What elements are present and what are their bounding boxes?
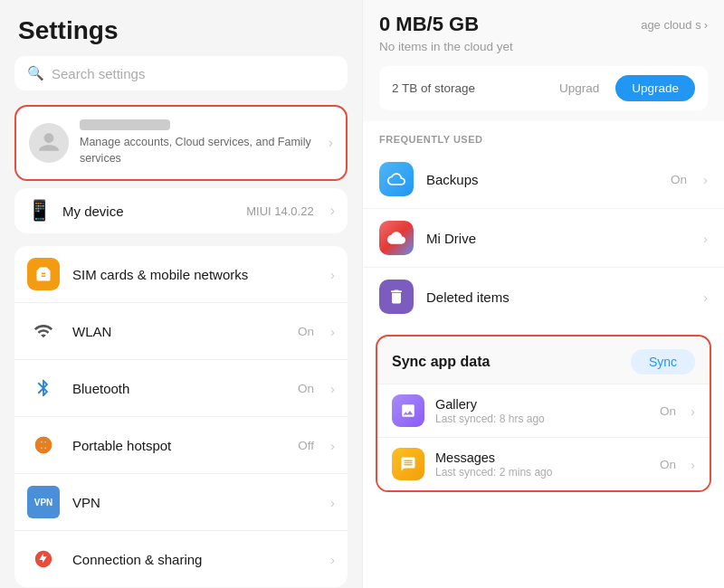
midrive-chevron: › xyxy=(703,231,708,246)
backups-status: On xyxy=(671,173,687,186)
search-placeholder: Search settings xyxy=(52,66,145,81)
bluetooth-label: Bluetooth xyxy=(72,381,285,396)
messages-icon xyxy=(392,448,424,480)
gallery-info: Gallery Last synced: 8 hrs ago xyxy=(435,397,649,425)
search-bar[interactable]: 🔍 Search settings xyxy=(14,56,348,90)
storage-empty-text: No items in the cloud yet xyxy=(379,40,708,53)
storage-upgrade-row: 2 TB of storage Upgrad Upgrade xyxy=(379,66,708,110)
left-panel: Settings 🔍 Search settings Manage accoun… xyxy=(0,0,362,588)
gallery-label: Gallery xyxy=(435,397,649,412)
account-card[interactable]: Manage accounts, Cloud services, and Fam… xyxy=(14,105,348,181)
sync-section: Sync app data Sync Gallery Last synced: … xyxy=(376,335,711,492)
cloud-chevron: › xyxy=(704,18,708,32)
sim-chevron: › xyxy=(330,267,335,282)
connection-chevron: › xyxy=(330,552,335,567)
account-sub-text: Manage accounts, Cloud services, and Fam… xyxy=(80,135,318,166)
storage-section: 0 MB/5 GB age cloud s › No items in the … xyxy=(363,0,724,121)
sync-title: Sync app data xyxy=(392,354,490,370)
deleted-chevron: › xyxy=(703,289,708,305)
settings-item-connection[interactable]: Connection & sharing › xyxy=(14,531,348,587)
my-device-label: My device xyxy=(62,204,235,219)
upgrade-button[interactable]: Upgrade xyxy=(615,75,695,101)
my-device-version: MIUI 14.0.22 xyxy=(246,204,313,218)
vpn-chevron: › xyxy=(330,495,335,510)
account-name-blurred xyxy=(80,119,170,130)
my-device-row[interactable]: 📱 My device MIUI 14.0.22 › xyxy=(14,188,348,233)
messages-sub: Last synced: 2 mins ago xyxy=(435,466,649,479)
right-panel: 0 MB/5 GB age cloud s › No items in the … xyxy=(362,0,724,588)
gallery-status: On xyxy=(660,404,676,418)
settings-item-bluetooth[interactable]: Bluetooth On › xyxy=(14,360,348,417)
wlan-chevron: › xyxy=(330,324,335,339)
sim-label: SIM cards & mobile networks xyxy=(72,267,318,282)
gallery-chevron: › xyxy=(691,403,695,419)
messages-label: Messages xyxy=(435,450,649,465)
midrive-label: Mi Drive xyxy=(426,231,691,246)
hotspot-label: Portable hotspot xyxy=(72,438,285,453)
wlan-icon xyxy=(27,315,60,347)
wlan-label: WLAN xyxy=(72,324,285,339)
wlan-status: On xyxy=(298,325,314,338)
messages-status: On xyxy=(660,458,676,471)
gallery-sub: Last synced: 8 hrs ago xyxy=(435,413,649,425)
backups-chevron: › xyxy=(703,172,708,187)
account-info: Manage accounts, Cloud services, and Fam… xyxy=(80,119,318,166)
messages-chevron: › xyxy=(691,457,695,472)
connection-label: Connection & sharing xyxy=(72,552,318,567)
right-list-item-midrive[interactable]: Mi Drive › xyxy=(363,209,724,268)
vpn-icon: VPN xyxy=(27,486,60,518)
person-icon xyxy=(37,131,61,155)
messages-info: Messages Last synced: 2 mins ago xyxy=(435,450,649,479)
connection-icon xyxy=(27,543,60,575)
page-title: Settings xyxy=(0,0,362,56)
hotspot-status: Off xyxy=(298,439,314,452)
backups-label: Backups xyxy=(426,172,658,187)
sim-icon xyxy=(27,258,60,290)
bluetooth-chevron: › xyxy=(330,381,335,396)
upgrade-prefix: Upgrad xyxy=(559,81,599,95)
cloud-link[interactable]: age cloud s › xyxy=(641,18,708,32)
deleted-label: Deleted items xyxy=(426,289,691,305)
bluetooth-icon xyxy=(27,372,60,404)
cloud-link-text: age cloud s xyxy=(641,18,701,32)
settings-item-wlan[interactable]: WLAN On › xyxy=(14,303,348,360)
gallery-icon xyxy=(392,394,424,427)
storage-usage: 0 MB/5 GB xyxy=(379,13,479,36)
account-chevron: › xyxy=(329,135,333,151)
sync-item-messages[interactable]: Messages Last synced: 2 mins ago On › xyxy=(377,437,710,490)
storage-top: 0 MB/5 GB age cloud s › xyxy=(379,13,708,36)
vpn-label: VPN xyxy=(72,495,318,510)
settings-item-vpn[interactable]: VPN VPN › xyxy=(14,474,348,531)
sync-button[interactable]: Sync xyxy=(631,349,695,375)
hotspot-icon xyxy=(27,429,60,461)
storage-tb-label: 2 TB of storage xyxy=(392,81,550,95)
midrive-icon xyxy=(379,221,414,255)
avatar xyxy=(29,123,69,163)
sync-item-gallery[interactable]: Gallery Last synced: 8 hrs ago On › xyxy=(377,384,710,437)
sync-header: Sync app data Sync xyxy=(377,337,710,384)
settings-list: SIM cards & mobile networks › WLAN On › … xyxy=(14,246,348,587)
right-list-item-backups[interactable]: Backups On › xyxy=(363,150,724,209)
deleted-icon xyxy=(379,280,414,314)
frequently-used-label: FREQUENTLY USED xyxy=(363,121,724,150)
my-device-chevron: › xyxy=(330,203,335,219)
device-icon: 📱 xyxy=(27,199,52,223)
bluetooth-status: On xyxy=(298,382,314,395)
right-list: Backups On › Mi Drive › Deleted items › xyxy=(363,150,724,326)
right-list-item-deleted[interactable]: Deleted items › xyxy=(363,268,724,326)
hotspot-chevron: › xyxy=(330,438,335,453)
backups-icon xyxy=(379,162,414,196)
settings-item-hotspot[interactable]: Portable hotspot Off › xyxy=(14,417,348,474)
search-icon: 🔍 xyxy=(27,65,44,81)
settings-item-sim[interactable]: SIM cards & mobile networks › xyxy=(14,246,348,303)
